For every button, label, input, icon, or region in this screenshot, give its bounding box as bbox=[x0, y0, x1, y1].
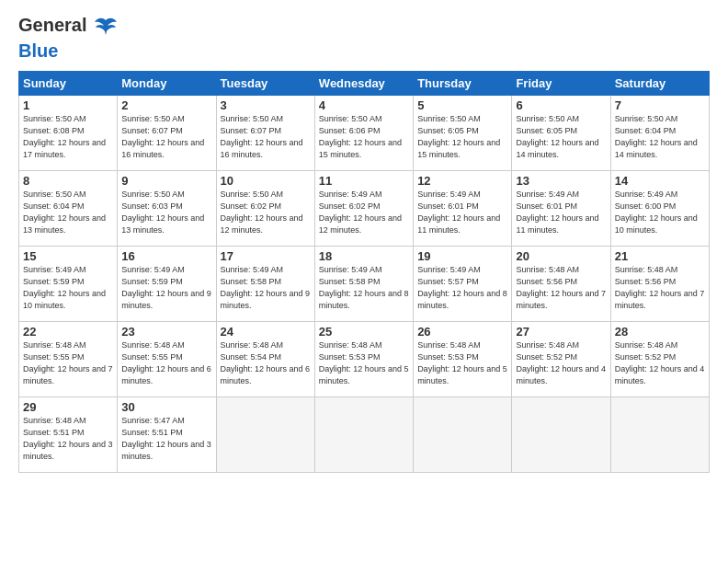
day-cell-26: 26 Sunrise: 5:48 AMSunset: 5:53 PMDaylig… bbox=[414, 322, 512, 397]
day-number: 23 bbox=[121, 325, 211, 339]
day-info: Sunrise: 5:50 AMSunset: 6:07 PMDaylight:… bbox=[121, 114, 204, 159]
empty-cell bbox=[216, 397, 314, 473]
day-info: Sunrise: 5:47 AMSunset: 5:51 PMDaylight:… bbox=[121, 416, 211, 461]
day-number: 17 bbox=[221, 249, 311, 263]
day-info: Sunrise: 5:50 AMSunset: 6:07 PMDaylight:… bbox=[221, 114, 303, 159]
day-cell-27: 27 Sunrise: 5:48 AMSunset: 5:52 PMDaylig… bbox=[512, 322, 610, 397]
day-number: 24 bbox=[221, 325, 311, 339]
day-number: 2 bbox=[121, 98, 211, 112]
day-cell-5: 5 Sunrise: 5:50 AMSunset: 6:05 PMDayligh… bbox=[414, 96, 512, 171]
day-cell-22: 22 Sunrise: 5:48 AMSunset: 5:55 PMDaylig… bbox=[19, 322, 118, 397]
day-cell-7: 7 Sunrise: 5:50 AMSunset: 6:04 PMDayligh… bbox=[610, 96, 709, 171]
col-header-friday: Friday bbox=[512, 72, 610, 96]
day-cell-16: 16 Sunrise: 5:49 AMSunset: 5:59 PMDaylig… bbox=[118, 247, 216, 322]
day-number: 29 bbox=[23, 400, 113, 414]
day-info: Sunrise: 5:50 AMSunset: 6:04 PMDaylight:… bbox=[615, 114, 698, 159]
day-number: 15 bbox=[23, 249, 113, 263]
day-info: Sunrise: 5:49 AMSunset: 6:00 PMDaylight:… bbox=[615, 190, 698, 235]
empty-cell bbox=[610, 397, 709, 473]
day-cell-8: 8 Sunrise: 5:50 AMSunset: 6:04 PMDayligh… bbox=[19, 171, 118, 247]
day-info: Sunrise: 5:49 AMSunset: 6:01 PMDaylight:… bbox=[516, 190, 598, 235]
day-info: Sunrise: 5:48 AMSunset: 5:53 PMDaylight:… bbox=[417, 340, 507, 385]
day-cell-21: 21 Sunrise: 5:48 AMSunset: 5:56 PMDaylig… bbox=[610, 247, 709, 322]
day-info: Sunrise: 5:48 AMSunset: 5:52 PMDaylight:… bbox=[516, 340, 606, 385]
calendar-table: SundayMondayTuesdayWednesdayThursdayFrid… bbox=[18, 71, 710, 473]
day-info: Sunrise: 5:50 AMSunset: 6:03 PMDaylight:… bbox=[121, 190, 204, 235]
day-info: Sunrise: 5:48 AMSunset: 5:56 PMDaylight:… bbox=[615, 265, 705, 310]
day-info: Sunrise: 5:50 AMSunset: 6:08 PMDaylight:… bbox=[23, 114, 106, 159]
day-number: 8 bbox=[23, 174, 113, 188]
empty-cell bbox=[512, 397, 610, 473]
day-number: 11 bbox=[319, 174, 409, 188]
day-cell-30: 30 Sunrise: 5:47 AMSunset: 5:51 PMDaylig… bbox=[118, 397, 216, 473]
day-info: Sunrise: 5:48 AMSunset: 5:54 PMDaylight:… bbox=[221, 340, 311, 385]
day-number: 16 bbox=[121, 249, 211, 263]
day-cell-15: 15 Sunrise: 5:49 AMSunset: 5:59 PMDaylig… bbox=[19, 247, 118, 322]
day-cell-13: 13 Sunrise: 5:49 AMSunset: 6:01 PMDaylig… bbox=[512, 171, 610, 247]
day-cell-2: 2 Sunrise: 5:50 AMSunset: 6:07 PMDayligh… bbox=[118, 96, 216, 171]
col-header-sunday: Sunday bbox=[19, 72, 118, 96]
day-number: 27 bbox=[516, 325, 606, 339]
day-cell-14: 14 Sunrise: 5:49 AMSunset: 6:00 PMDaylig… bbox=[610, 171, 709, 247]
day-info: Sunrise: 5:50 AMSunset: 6:05 PMDaylight:… bbox=[417, 114, 500, 159]
day-info: Sunrise: 5:50 AMSunset: 6:02 PMDaylight:… bbox=[221, 190, 303, 235]
calendar-page: General Blue SundayMondayTuesdayWednesda… bbox=[0, 0, 728, 563]
day-number: 1 bbox=[23, 98, 113, 112]
day-number: 13 bbox=[516, 174, 606, 188]
day-cell-9: 9 Sunrise: 5:50 AMSunset: 6:03 PMDayligh… bbox=[118, 171, 216, 247]
day-cell-11: 11 Sunrise: 5:49 AMSunset: 6:02 PMDaylig… bbox=[314, 171, 413, 247]
day-info: Sunrise: 5:50 AMSunset: 6:05 PMDaylight:… bbox=[516, 114, 598, 159]
col-header-saturday: Saturday bbox=[610, 72, 709, 96]
empty-cell bbox=[414, 397, 512, 473]
day-number: 25 bbox=[319, 325, 409, 339]
day-number: 19 bbox=[417, 249, 507, 263]
day-number: 12 bbox=[417, 174, 507, 188]
day-cell-29: 29 Sunrise: 5:48 AMSunset: 5:51 PMDaylig… bbox=[19, 397, 118, 473]
day-cell-20: 20 Sunrise: 5:48 AMSunset: 5:56 PMDaylig… bbox=[512, 247, 610, 322]
day-cell-3: 3 Sunrise: 5:50 AMSunset: 6:07 PMDayligh… bbox=[216, 96, 314, 171]
col-header-monday: Monday bbox=[118, 72, 216, 96]
header: General Blue bbox=[18, 15, 710, 62]
day-info: Sunrise: 5:48 AMSunset: 5:55 PMDaylight:… bbox=[23, 340, 113, 385]
col-header-tuesday: Tuesday bbox=[216, 72, 314, 96]
day-cell-1: 1 Sunrise: 5:50 AMSunset: 6:08 PMDayligh… bbox=[19, 96, 118, 171]
empty-cell bbox=[314, 397, 413, 473]
logo-bird-icon bbox=[93, 15, 119, 40]
day-info: Sunrise: 5:50 AMSunset: 6:06 PMDaylight:… bbox=[319, 114, 402, 159]
day-number: 9 bbox=[121, 174, 211, 188]
day-number: 6 bbox=[516, 98, 606, 112]
day-cell-23: 23 Sunrise: 5:48 AMSunset: 5:55 PMDaylig… bbox=[118, 322, 216, 397]
logo: General Blue bbox=[18, 15, 119, 62]
day-number: 5 bbox=[417, 98, 507, 112]
day-info: Sunrise: 5:49 AMSunset: 5:59 PMDaylight:… bbox=[23, 265, 106, 310]
day-number: 10 bbox=[221, 174, 311, 188]
day-info: Sunrise: 5:48 AMSunset: 5:55 PMDaylight:… bbox=[121, 340, 211, 385]
day-cell-24: 24 Sunrise: 5:48 AMSunset: 5:54 PMDaylig… bbox=[216, 322, 314, 397]
day-info: Sunrise: 5:48 AMSunset: 5:56 PMDaylight:… bbox=[516, 265, 606, 310]
day-number: 28 bbox=[615, 325, 705, 339]
day-number: 3 bbox=[221, 98, 311, 112]
day-cell-12: 12 Sunrise: 5:49 AMSunset: 6:01 PMDaylig… bbox=[414, 171, 512, 247]
day-cell-4: 4 Sunrise: 5:50 AMSunset: 6:06 PMDayligh… bbox=[314, 96, 413, 171]
day-info: Sunrise: 5:49 AMSunset: 6:02 PMDaylight:… bbox=[319, 190, 402, 235]
logo-text: General bbox=[18, 15, 86, 35]
day-info: Sunrise: 5:49 AMSunset: 5:59 PMDaylight:… bbox=[121, 265, 211, 310]
day-number: 14 bbox=[615, 174, 705, 188]
day-info: Sunrise: 5:48 AMSunset: 5:51 PMDaylight:… bbox=[23, 416, 113, 461]
day-info: Sunrise: 5:49 AMSunset: 5:58 PMDaylight:… bbox=[221, 265, 311, 310]
day-number: 30 bbox=[121, 400, 211, 414]
day-number: 20 bbox=[516, 249, 606, 263]
day-number: 18 bbox=[319, 249, 409, 263]
day-number: 22 bbox=[23, 325, 113, 339]
day-cell-17: 17 Sunrise: 5:49 AMSunset: 5:58 PMDaylig… bbox=[216, 247, 314, 322]
logo-blue-text: Blue bbox=[18, 40, 58, 61]
day-cell-19: 19 Sunrise: 5:49 AMSunset: 5:57 PMDaylig… bbox=[414, 247, 512, 322]
day-info: Sunrise: 5:49 AMSunset: 5:58 PMDaylight:… bbox=[319, 265, 409, 310]
col-header-thursday: Thursday bbox=[414, 72, 512, 96]
day-info: Sunrise: 5:48 AMSunset: 5:52 PMDaylight:… bbox=[615, 340, 705, 385]
col-header-wednesday: Wednesday bbox=[314, 72, 413, 96]
day-number: 26 bbox=[417, 325, 507, 339]
day-info: Sunrise: 5:50 AMSunset: 6:04 PMDaylight:… bbox=[23, 190, 106, 235]
day-number: 21 bbox=[615, 249, 705, 263]
day-info: Sunrise: 5:48 AMSunset: 5:53 PMDaylight:… bbox=[319, 340, 409, 385]
